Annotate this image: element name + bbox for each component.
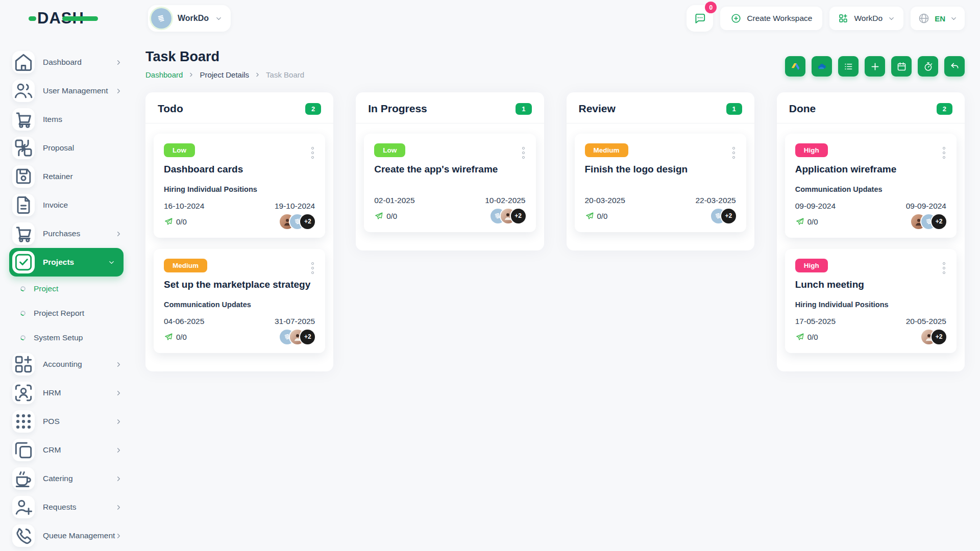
task-card[interactable]: HighLunch meetingHiring Individual Posit… bbox=[785, 249, 957, 353]
column-header: Review1 bbox=[567, 92, 754, 123]
send-icon bbox=[795, 332, 805, 342]
logo-bar-icon bbox=[62, 16, 98, 21]
brand-logo[interactable]: DASH bbox=[0, 0, 133, 37]
copy-icon bbox=[12, 439, 35, 461]
sidebar-item-user-management[interactable]: User Management bbox=[0, 77, 133, 105]
create-workspace-button[interactable]: Create Workspace bbox=[720, 7, 822, 30]
priority-badge: High bbox=[795, 143, 828, 157]
task-card[interactable]: LowDashboard cardsHiring Individual Posi… bbox=[154, 134, 325, 238]
column-title: Done bbox=[789, 103, 816, 115]
chevron-right-icon bbox=[254, 71, 261, 78]
sidebar-subitem-project[interactable]: Project bbox=[0, 277, 133, 301]
person-plus-icon bbox=[12, 496, 35, 518]
timer-button[interactable] bbox=[918, 56, 938, 77]
workdo-menu-button[interactable]: WorkDo bbox=[829, 7, 903, 30]
language-selector[interactable]: EN bbox=[911, 7, 965, 30]
sidebar-item-projects[interactable]: Projects bbox=[9, 248, 124, 277]
task-card[interactable]: MediumSet up the marketplace strategyCom… bbox=[154, 249, 325, 353]
task-progress: 0/0 bbox=[374, 211, 397, 221]
send-icon bbox=[164, 217, 174, 227]
sidebar-item-retainer[interactable]: Retainer bbox=[0, 162, 133, 191]
extra-members-badge[interactable]: +2 bbox=[511, 209, 526, 223]
gdrive-icon bbox=[790, 61, 801, 72]
sidebar-item-catering[interactable]: Catering bbox=[0, 464, 133, 493]
logo-dash-icon bbox=[29, 16, 36, 21]
task-title: Dashboard cards bbox=[164, 164, 315, 175]
sidebar-nav: DashboardUser ManagementItemsProposalRet… bbox=[0, 37, 133, 550]
person-target-icon bbox=[12, 382, 35, 404]
kanban-board: Todo2LowDashboard cardsHiring Individual… bbox=[145, 92, 965, 371]
task-footer: 0/0+2 bbox=[164, 214, 315, 229]
sidebar-item-crm[interactable]: CRM bbox=[0, 436, 133, 464]
calendar-button[interactable] bbox=[891, 56, 912, 77]
workspace-selector[interactable]: WorkDo bbox=[148, 5, 231, 32]
extra-members-badge[interactable]: +2 bbox=[300, 330, 315, 344]
sidebar-subitem-label: System Setup bbox=[34, 333, 83, 342]
sidebar-item-purchases[interactable]: Purchases bbox=[0, 219, 133, 248]
task-end-date: 20-05-2025 bbox=[906, 317, 946, 326]
extra-members-badge[interactable]: +2 bbox=[721, 209, 736, 223]
chevron-down-icon bbox=[888, 15, 895, 22]
chevron-right-icon bbox=[115, 361, 122, 368]
card-menu-button[interactable] bbox=[730, 145, 737, 161]
breadcrumb-dashboard[interactable]: Dashboard bbox=[145, 70, 183, 79]
sidebar-item-accounting[interactable]: Accounting bbox=[0, 350, 133, 379]
sidebar-item-pos[interactable]: POS bbox=[0, 407, 133, 436]
home-icon bbox=[12, 51, 35, 73]
file-icon bbox=[12, 194, 35, 216]
sidebar-item-queue-management[interactable]: Queue Management bbox=[0, 521, 133, 550]
task-progress-value: 0/0 bbox=[597, 212, 608, 220]
column-count-badge: 1 bbox=[726, 103, 742, 115]
task-footer: 0/0+2 bbox=[585, 208, 736, 223]
sidebar-subitem-project-report[interactable]: Project Report bbox=[0, 301, 133, 325]
priority-badge: Low bbox=[164, 143, 195, 157]
sidebar-item-items[interactable]: Items bbox=[0, 105, 133, 134]
back-button[interactable] bbox=[944, 56, 965, 77]
onedrive-button[interactable] bbox=[812, 56, 832, 77]
breadcrumb-project-details[interactable]: Project Details bbox=[200, 70, 249, 79]
assignee-avatars: +2 bbox=[911, 214, 946, 229]
undo-icon bbox=[949, 61, 960, 72]
assignee-avatars: +2 bbox=[280, 330, 315, 344]
task-card[interactable]: LowCreate the app's wireframe02-01-20251… bbox=[364, 134, 535, 232]
page-title: Task Board bbox=[145, 49, 304, 65]
chevron-right-icon bbox=[115, 532, 122, 540]
card-menu-button[interactable] bbox=[309, 260, 316, 276]
sidebar-item-requests[interactable]: Requests bbox=[0, 493, 133, 521]
sidebar-item-hrm[interactable]: HRM bbox=[0, 379, 133, 407]
card-menu-button[interactable] bbox=[941, 260, 947, 276]
add-task-button[interactable] bbox=[865, 56, 885, 77]
chevron-right-icon bbox=[188, 71, 194, 78]
workspace-avatar bbox=[151, 8, 172, 29]
chevron-right-icon bbox=[115, 87, 122, 95]
sidebar-item-dashboard[interactable]: Dashboard bbox=[0, 48, 133, 77]
chevron-down-icon bbox=[950, 15, 958, 22]
task-title: Lunch meeting bbox=[795, 279, 946, 290]
globe-icon bbox=[918, 12, 930, 24]
extra-members-badge[interactable]: +2 bbox=[932, 330, 946, 344]
sidebar-item-invoice[interactable]: Invoice bbox=[0, 191, 133, 219]
breadcrumb: DashboardProject DetailsTask Board bbox=[145, 70, 304, 79]
task-dates: 04-06-202531-07-2025 bbox=[164, 309, 315, 326]
task-footer: 0/0+2 bbox=[795, 214, 946, 229]
messages-button[interactable]: 0 bbox=[687, 5, 713, 32]
sidebar-subitem-system-setup[interactable]: System Setup bbox=[0, 325, 133, 350]
card-menu-button[interactable] bbox=[520, 145, 527, 161]
list-view-button[interactable] bbox=[838, 56, 859, 77]
task-dates: 09-09-202409-09-2024 bbox=[795, 193, 946, 211]
card-menu-button[interactable] bbox=[941, 145, 947, 161]
card-menu-button[interactable] bbox=[309, 145, 316, 161]
column-title: Todo bbox=[158, 103, 183, 115]
sidebar-item-proposal[interactable]: Proposal bbox=[0, 134, 133, 162]
chevron-right-icon bbox=[115, 446, 122, 454]
extra-members-badge[interactable]: +2 bbox=[300, 214, 315, 229]
column-count-badge: 1 bbox=[516, 103, 531, 115]
task-title: Set up the marketplace strategy bbox=[164, 279, 315, 290]
column-count-badge: 2 bbox=[937, 103, 952, 115]
sidebar-item-label: Items bbox=[43, 115, 122, 124]
chevron-right-icon bbox=[115, 389, 122, 397]
task-card[interactable]: HighApplication wireframeCommunication U… bbox=[785, 134, 957, 238]
task-card[interactable]: MediumFinish the logo design20-03-202522… bbox=[575, 134, 746, 232]
extra-members-badge[interactable]: +2 bbox=[932, 214, 946, 229]
google-drive-button[interactable] bbox=[785, 56, 805, 77]
